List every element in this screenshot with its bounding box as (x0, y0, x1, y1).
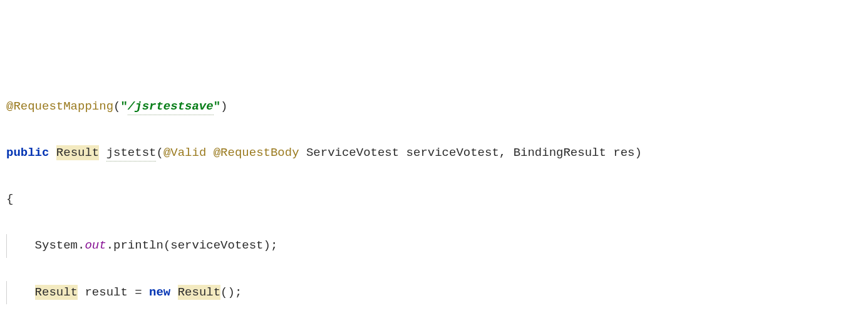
string-quote: " (120, 100, 127, 113)
annotation-valid: @Valid (163, 146, 206, 160)
keyword-new: new (149, 285, 170, 299)
code-line-2[interactable]: public Result jstetst(@Valid @RequestBod… (6, 141, 862, 165)
class-ref: System (35, 239, 78, 252)
assign-text: result = (78, 285, 149, 299)
space (206, 146, 213, 160)
annotation-requestbody: @RequestBody (214, 146, 299, 160)
dot: . (78, 239, 85, 252)
code-line-5[interactable]: Result result = new Result(); (6, 281, 862, 304)
return-type: Result (56, 145, 99, 160)
space (299, 146, 306, 160)
indent (6, 285, 35, 299)
annotation-requestmapping: @RequestMapping (6, 100, 113, 113)
ctor-result: Result (178, 285, 220, 300)
paren-open: ( (113, 100, 120, 113)
dot: . (106, 239, 113, 252)
space (99, 146, 106, 160)
method-call: println(serviceVotest); (113, 239, 277, 252)
brace-open: { (6, 192, 13, 206)
keyword-public: public (6, 146, 49, 160)
param-type-2: BindingResult (514, 146, 606, 160)
paren-close: ) (635, 146, 642, 160)
param-name-1: serviceVotest (406, 146, 499, 160)
param-type-1: ServiceVotest (306, 146, 399, 160)
space (49, 146, 56, 160)
code-line-1[interactable]: @RequestMapping("/jsrtestsave") (6, 95, 862, 118)
ctor-tail: (); (220, 285, 242, 299)
string-quote: " (214, 100, 220, 113)
comma: , (499, 146, 514, 160)
space (606, 146, 613, 160)
static-field-out: out (85, 239, 106, 252)
method-name: jstetst (106, 146, 157, 162)
paren-open: ( (156, 146, 163, 160)
space (170, 285, 177, 299)
string-path: /jsrtestsave (128, 100, 214, 115)
paren-close: ) (220, 100, 227, 113)
type-result: Result (35, 285, 78, 300)
space (399, 146, 406, 160)
code-line-3[interactable]: { (6, 188, 862, 211)
code-line-4[interactable]: System.out.println(serviceVotest); (6, 234, 862, 257)
param-name-2: res (613, 146, 634, 160)
indent (6, 239, 35, 252)
